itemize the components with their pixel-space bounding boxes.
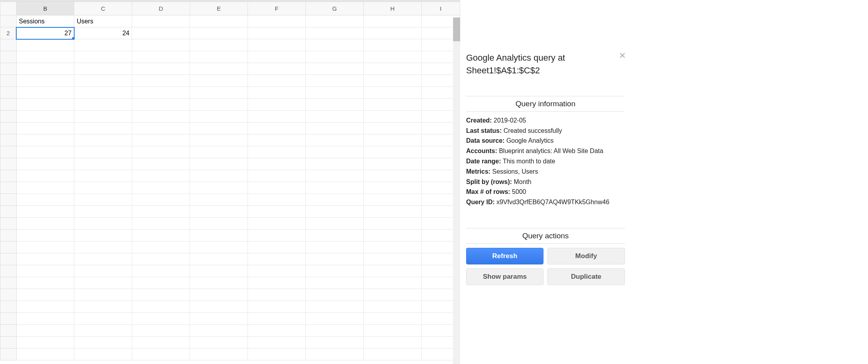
cell[interactable] (305, 194, 363, 206)
cell[interactable] (190, 218, 248, 230)
column-header-D[interactable]: D (132, 2, 190, 15)
cell[interactable] (305, 218, 363, 230)
cell[interactable] (132, 313, 190, 325)
cell[interactable] (132, 325, 190, 337)
cell[interactable] (16, 123, 74, 134)
cell[interactable] (305, 182, 363, 194)
cell[interactable] (132, 253, 190, 265)
cell-H2[interactable] (363, 27, 421, 39)
cell[interactable] (248, 194, 306, 206)
cell[interactable] (363, 301, 421, 313)
cell[interactable] (16, 158, 74, 170)
cell[interactable] (16, 146, 74, 158)
row-header[interactable] (0, 218, 17, 230)
cell[interactable] (363, 39, 421, 51)
cell[interactable] (74, 206, 132, 218)
cell[interactable] (132, 99, 190, 111)
cell[interactable] (248, 99, 306, 111)
cell[interactable] (248, 230, 306, 241)
cell[interactable] (305, 146, 363, 158)
cell[interactable] (363, 111, 421, 123)
cell[interactable] (248, 146, 306, 158)
modify-button[interactable]: Modify (547, 248, 625, 264)
cell[interactable] (190, 241, 248, 253)
cell[interactable] (74, 265, 132, 277)
cell[interactable] (16, 241, 74, 253)
row-header[interactable] (0, 325, 17, 337)
cell[interactable] (363, 337, 421, 349)
cell[interactable] (74, 218, 132, 230)
cell[interactable] (16, 194, 74, 206)
cell[interactable] (132, 134, 190, 146)
cell[interactable] (363, 182, 421, 194)
cell[interactable] (16, 349, 74, 360)
row-header[interactable] (0, 75, 17, 87)
cell[interactable] (16, 170, 74, 182)
cell[interactable] (248, 63, 306, 75)
row-header[interactable] (0, 158, 17, 170)
cell-G2[interactable] (305, 27, 363, 39)
cell[interactable] (132, 206, 190, 218)
cell[interactable] (305, 289, 363, 301)
cell[interactable] (16, 206, 74, 218)
cell[interactable] (74, 253, 132, 265)
cell[interactable] (190, 337, 248, 349)
cell[interactable] (74, 301, 132, 313)
cell[interactable] (248, 218, 306, 230)
duplicate-button[interactable]: Duplicate (547, 268, 625, 285)
column-header-G[interactable]: G (305, 2, 363, 15)
cell[interactable] (132, 194, 190, 206)
row-header[interactable] (0, 170, 17, 182)
cell[interactable] (74, 75, 132, 87)
cell[interactable] (132, 39, 190, 51)
cell[interactable] (74, 241, 132, 253)
cell[interactable] (248, 337, 306, 349)
row-header[interactable] (0, 99, 17, 111)
cell[interactable] (132, 158, 190, 170)
cell[interactable] (74, 349, 132, 360)
cell[interactable] (363, 75, 421, 87)
cell[interactable] (74, 146, 132, 158)
cell[interactable] (190, 123, 248, 134)
cell[interactable] (305, 265, 363, 277)
cell[interactable] (74, 289, 132, 301)
row-header[interactable] (0, 277, 17, 289)
cell[interactable] (132, 51, 190, 63)
cell[interactable] (248, 87, 306, 99)
row-header[interactable] (0, 63, 17, 75)
cell[interactable] (305, 99, 363, 111)
cell[interactable] (248, 182, 306, 194)
cell[interactable] (363, 206, 421, 218)
row-header[interactable] (0, 313, 17, 325)
cell[interactable] (16, 301, 74, 313)
cell[interactable] (132, 265, 190, 277)
cell[interactable] (16, 75, 74, 87)
cell[interactable] (363, 218, 421, 230)
cell[interactable] (132, 277, 190, 289)
cell[interactable] (74, 134, 132, 146)
cell[interactable] (248, 349, 306, 360)
cell[interactable] (305, 123, 363, 134)
cell[interactable] (190, 230, 248, 241)
row-header[interactable] (0, 146, 17, 158)
cell[interactable] (74, 87, 132, 99)
cell[interactable] (248, 253, 306, 265)
cell-B1[interactable]: Sessions (16, 15, 74, 27)
cell[interactable] (248, 289, 306, 301)
column-header-F[interactable]: F (248, 2, 306, 15)
row-header[interactable] (0, 39, 17, 51)
cell[interactable] (248, 51, 306, 63)
cell[interactable] (16, 313, 74, 325)
cell[interactable] (248, 75, 306, 87)
cell[interactable] (190, 182, 248, 194)
cell[interactable] (248, 123, 306, 134)
cell[interactable] (16, 289, 74, 301)
cell[interactable] (74, 337, 132, 349)
cell[interactable] (74, 230, 132, 241)
cell[interactable] (305, 75, 363, 87)
column-header-B[interactable]: B (16, 2, 74, 15)
cell[interactable] (190, 39, 248, 51)
cell[interactable] (132, 337, 190, 349)
cell[interactable] (132, 241, 190, 253)
cell[interactable] (305, 206, 363, 218)
